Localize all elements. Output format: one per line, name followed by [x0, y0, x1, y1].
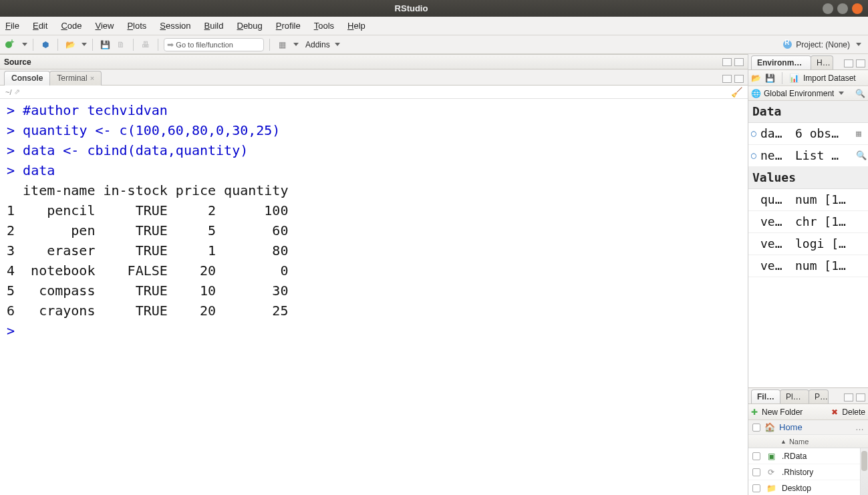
- project-label: Project: (None): [796, 40, 850, 49]
- console-popout-icon[interactable]: ⇗: [14, 88, 20, 96]
- tab-files[interactable]: Files: [751, 389, 780, 403]
- search-icon[interactable]: 🔍: [856, 145, 865, 166]
- menu-code[interactable]: Code: [61, 21, 82, 31]
- grid-icon[interactable]: ▦: [275, 38, 289, 51]
- home-label[interactable]: Home: [779, 422, 803, 432]
- delete-label[interactable]: Delete: [842, 407, 865, 417]
- files-minimize-icon[interactable]: [844, 393, 853, 401]
- expand-icon[interactable]: ◯: [751, 145, 760, 166]
- import-dataset-icon[interactable]: 📊: [789, 73, 799, 83]
- main-toolbar: + ⬢ 📂 💾 🗎 🖶 ➡ Go to file/function ▦ Addi…: [0, 35, 868, 54]
- delete-icon[interactable]: ✖: [831, 407, 838, 417]
- tab-plots[interactable]: Plots: [780, 389, 809, 403]
- console-maximize-icon[interactable]: [734, 75, 744, 83]
- env-data-section: Data: [748, 101, 868, 123]
- open-recent-dropdown[interactable]: [82, 43, 87, 46]
- terminal-close-icon[interactable]: ×: [90, 74, 94, 82]
- menu-profile[interactable]: Profile: [276, 21, 301, 31]
- r-project-icon: [783, 40, 792, 49]
- more-path-icon[interactable]: …: [855, 422, 864, 432]
- name-column-label[interactable]: Name: [789, 438, 809, 446]
- console-minimize-icon[interactable]: [722, 75, 732, 83]
- print-icon[interactable]: 🖶: [139, 38, 152, 51]
- console-output[interactable]: > #author techvidvan > quantity <- c(100…: [0, 99, 748, 495]
- open-file-icon[interactable]: 📂: [63, 38, 77, 51]
- maximize-button[interactable]: [837, 3, 848, 14]
- env-maximize-icon[interactable]: [856, 59, 865, 67]
- save-all-icon[interactable]: 🗎: [114, 38, 128, 51]
- minimize-button[interactable]: [823, 3, 833, 14]
- source-maximize-icon[interactable]: [734, 58, 744, 66]
- env-scope-dropdown[interactable]: [839, 92, 844, 95]
- menu-tools[interactable]: Tools: [314, 21, 334, 31]
- new-folder-icon[interactable]: ✚: [751, 407, 758, 417]
- sort-arrow-icon[interactable]: ▲: [780, 438, 786, 445]
- global-env-label[interactable]: Global Environment: [764, 89, 834, 98]
- tab-history[interactable]: History: [811, 55, 833, 69]
- scrollbar-thumb[interactable]: [861, 451, 867, 471]
- file-type-icon: 📁: [766, 484, 776, 493]
- env-var-name: ve…: [760, 255, 795, 277]
- env-value-row[interactable]: ve…num [1…: [748, 255, 868, 277]
- tab-terminal[interactable]: Terminal×: [49, 71, 102, 86]
- goto-file-function-input[interactable]: ➡ Go to file/function: [164, 38, 264, 51]
- select-all-checkbox[interactable]: [752, 424, 760, 432]
- menu-edit[interactable]: Edit: [33, 21, 47, 31]
- grid-view-icon[interactable]: ▦: [856, 123, 865, 144]
- env-search-icon[interactable]: 🔍: [855, 89, 865, 98]
- expand-icon[interactable]: ◯: [751, 123, 760, 144]
- files-scrollbar[interactable]: [860, 448, 868, 495]
- new-file-icon[interactable]: +: [4, 38, 17, 51]
- tab-packages[interactable]: Packages: [809, 389, 829, 403]
- file-row[interactable]: ⟳.Rhistory: [748, 464, 868, 480]
- new-project-icon[interactable]: ⬢: [39, 38, 52, 51]
- env-data-row[interactable]: ◯da…6 obs…▦: [748, 123, 868, 145]
- menu-view[interactable]: View: [95, 21, 114, 31]
- clear-console-icon[interactable]: 🧹: [731, 87, 742, 98]
- file-checkbox[interactable]: [752, 452, 760, 460]
- file-checkbox[interactable]: [752, 484, 760, 492]
- env-value-row[interactable]: ve…chr [1…: [748, 211, 868, 233]
- env-var-value: chr [1…: [795, 211, 856, 232]
- env-value-row[interactable]: qu…num [1…: [748, 189, 868, 211]
- menu-build[interactable]: Build: [204, 21, 224, 31]
- files-breadcrumb: 🏠 Home …: [748, 420, 868, 435]
- file-name: .RData: [782, 452, 807, 461]
- grid-dropdown[interactable]: [293, 43, 299, 46]
- files-maximize-icon[interactable]: [856, 393, 865, 401]
- save-icon[interactable]: 💾: [98, 38, 112, 51]
- file-row[interactable]: ▣.RData: [748, 448, 868, 464]
- file-row[interactable]: 📁Desktop: [748, 480, 868, 495]
- menu-file[interactable]: File: [5, 21, 19, 31]
- files-list: ▣.RData⟳.Rhistory📁Desktop: [748, 448, 868, 495]
- env-data-row[interactable]: ◯ne…List …🔍: [748, 145, 868, 167]
- env-values-section: Values: [748, 167, 868, 189]
- console-tabbar: Console Terminal×: [0, 69, 748, 86]
- env-var-name: ve…: [760, 233, 795, 255]
- env-tabbar: Environment History: [748, 54, 868, 70]
- load-workspace-icon[interactable]: 📂: [751, 73, 761, 83]
- project-dropdown-icon: [856, 43, 861, 46]
- addins-menu[interactable]: Addins: [301, 39, 344, 51]
- env-minimize-icon[interactable]: [844, 59, 853, 67]
- source-pane-header: Source: [0, 54, 748, 69]
- new-folder-label[interactable]: New Folder: [762, 407, 803, 417]
- save-workspace-icon[interactable]: 💾: [765, 73, 775, 83]
- menu-help[interactable]: Help: [347, 21, 366, 31]
- source-minimize-icon[interactable]: [722, 58, 732, 66]
- import-dataset-label[interactable]: Import Dataset: [803, 73, 856, 83]
- console-path-bar: ~/ ⇗ 🧹: [0, 86, 748, 99]
- menu-debug[interactable]: Debug: [237, 21, 263, 31]
- env-value-row[interactable]: ve…logi […: [748, 233, 868, 255]
- new-file-dropdown[interactable]: [22, 43, 27, 46]
- env-var-value: List …: [795, 145, 856, 166]
- file-name: .Rhistory: [782, 468, 813, 477]
- home-icon[interactable]: 🏠: [764, 422, 775, 432]
- tab-console[interactable]: Console: [4, 71, 50, 86]
- menu-plots[interactable]: Plots: [127, 21, 146, 31]
- menu-session[interactable]: Session: [160, 21, 190, 31]
- file-checkbox[interactable]: [752, 468, 760, 476]
- project-menu[interactable]: Project: (None): [783, 40, 864, 49]
- close-button[interactable]: [852, 3, 863, 14]
- tab-environment[interactable]: Environment: [751, 55, 811, 69]
